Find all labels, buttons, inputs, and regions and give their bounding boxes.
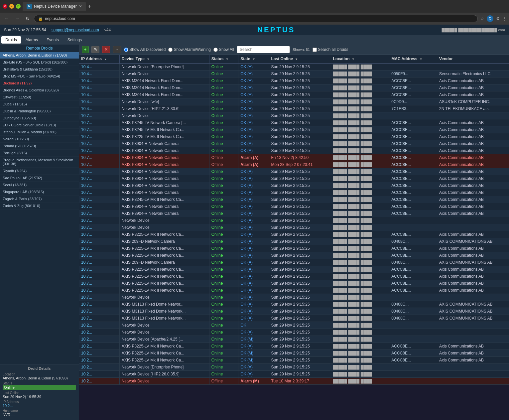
col-ip[interactable]: IP Address ▲ [79,55,119,63]
radio-show-all[interactable]: Show All [213,47,234,52]
table-row[interactable]: 10.4... AXIS M3014 Network Fixed Dom... … [79,84,509,91]
table-row[interactable]: 10.7... AXIS P3904-R Network Camera Onli… [79,140,509,147]
menu-icon[interactable]: ⋮ [502,16,506,21]
device-table-container[interactable]: IP Address ▲ Device Type ▼ Status ▼ Stat… [79,55,509,420]
table-row[interactable]: 10.7... AXIS P3225-LV Mk II Network Ca..… [79,266,509,273]
table-row[interactable]: 10.7... AXIS P3904-R Network Camera Onli… [79,168,509,175]
sidebar-item[interactable]: Bratislava & Ljubljana (15/130) [0,66,79,73]
close-window-button[interactable]: ✕ [3,4,7,9]
table-row[interactable]: 10.7... AXIS P3245-LV Mk II Network Ca..… [79,196,509,203]
minimize-window-button[interactable]: − [9,4,14,9]
bookmark-star-icon[interactable]: ☆ [480,16,484,21]
back-button[interactable]: ← [3,15,11,22]
table-row[interactable]: 10.7... AXIS P3904-R Network Camera Onli… [79,189,509,196]
sidebar-item[interactable]: Dublin & Paddington (90/500) [0,108,79,115]
radio-alarm-warning[interactable]: Show Alarm/Warning [168,47,211,52]
nav-droids[interactable]: Droids [1,36,21,44]
table-row[interactable]: 10.7... AXIS P3245-LV Network Camera [..… [79,119,509,126]
remote-droids-link[interactable]: Remote Droids [0,45,79,52]
new-tab-button[interactable]: + [88,3,91,9]
sidebar-item[interactable]: Singapore LAB (198/315) [0,189,79,196]
table-row[interactable]: 10.7... AXIS M3113 Fixed Dome Network...… [79,315,509,322]
maximize-window-button[interactable]: □ [16,4,21,9]
col-location[interactable]: Location ▼ [331,55,389,63]
sidebar-item[interactable]: Seoul (13/381) [0,182,79,189]
table-row[interactable]: 10.2... Network Device Online OK Sun 29 … [79,322,509,329]
move-button[interactable]: → [113,46,121,53]
table-row[interactable]: 10.7... AXIS P3904-R Network Camera Onli… [79,203,509,210]
table-row[interactable]: 10.7... AXIS P3904-R Network Camera Onli… [79,182,509,189]
sidebar-item[interactable]: Zagreb & Paris (23/707) [0,196,79,203]
sidebar-item[interactable]: Bio-Life (US - 345 SQL Droid) (162/380) [0,59,79,66]
table-row[interactable]: 10.2... Network Device Online OK (A) Sun… [79,329,509,336]
tab-close-button[interactable]: ✕ [79,4,82,9]
table-row[interactable]: 10.7... AXIS P3225-LV Mk II Network Ca..… [79,287,509,294]
table-row[interactable]: 10.7... AXIS P3904-R Network Camera Offl… [79,161,509,168]
table-row[interactable]: 10.4... Network Device Online OK (A) Sun… [79,70,509,77]
table-row[interactable]: 10.7... AXIS P3225-LV Mk II Network Ca..… [79,133,509,140]
sidebar-item[interactable]: Bucharest (11/92) [0,80,79,87]
table-row[interactable]: 10.7... AXIS M3113 Fixed Dome Network...… [79,308,509,315]
table-row[interactable]: 10.4... AXIS M3014 Network Fixed Dom... … [79,91,509,98]
sidebar-item[interactable]: Dunboyne (135/760) [0,115,79,122]
table-row[interactable]: 10.7... Network Device Online OK (A) Sun… [79,224,509,231]
table-row[interactable]: 10.7... AXIS M3113 Fixed Dome Networ... … [79,301,509,308]
search-input[interactable] [237,46,290,53]
col-vendor[interactable]: Vendor [437,55,509,63]
sidebar-item[interactable]: Citywest (11/250) [0,94,79,101]
nav-settings[interactable]: Settings [64,36,86,44]
profile-icon[interactable]: D [487,15,493,22]
table-row[interactable]: 10.7... Network Device Online OK (A) Sun… [79,112,509,119]
reload-button[interactable]: ↻ [24,15,31,22]
table-row[interactable]: 10.7... AXIS P3904-R Network Camera Onli… [79,175,509,182]
table-row[interactable]: 10.2... AXIS P3225-LV Mk II Network Ca..… [79,343,509,350]
table-row[interactable]: 10.7... AXIS 209FD Network Camera Online… [79,259,509,266]
table-row[interactable]: 10.4... AXIS M3014 Network Fixed Dom... … [79,77,509,84]
table-row[interactable]: 10.7... AXIS P3904-R Network Camera Offl… [79,154,509,161]
table-row[interactable]: 10.4... Network Device [Enterprise Phone… [79,63,509,70]
sidebar-item[interactable]: Buenos Aires & Colombia (38/820) [0,87,79,94]
table-row[interactable]: 10.7... AXIS P3245-LV Mk II Network Ca..… [79,126,509,133]
table-row[interactable]: 10.7... AXIS P3904-R Network Camera Onli… [79,210,509,217]
table-row[interactable]: 10.4... Network Device [HIP2.21.3.30.6] … [79,105,509,112]
delete-button[interactable]: ✕ [102,46,110,53]
sidebar-item[interactable]: Poland (SD (16/570) [0,143,79,150]
table-row[interactable]: 10.2... Network Device [Enterprise Phone… [79,364,509,371]
search-all-checkbox[interactable]: Search all Droids [313,47,348,52]
edit-button[interactable]: ✎ [91,46,99,53]
sidebar-item[interactable]: Portugal (8/15) [0,150,79,157]
sidebar-item[interactable]: Istanbul, Milan & Madrid (31/780) [0,129,79,136]
table-row[interactable]: 10.7... AXIS P3904-R Network Camera Onli… [79,147,509,154]
table-row[interactable]: 10.7... AXIS 209FD Network Camera Online… [79,238,509,245]
sidebar-item[interactable]: BRZ MS-PDC - San Paulo (49/254) [0,73,79,80]
table-row[interactable]: 10.7... AXIS P3225-LV Mk II Network Ca..… [79,252,509,259]
table-row[interactable]: 10.2... AXIS P3225-LV Mk II Network Ca..… [79,357,509,364]
table-row[interactable]: 10.7... AXIS P3225-LV Mk II Network Ca..… [79,273,509,280]
table-row[interactable]: 10.2... AXIS P3225-LV Mk II Network Ca..… [79,350,509,357]
table-row[interactable]: 10.7... AXIS P3225-LV Mk II Network Ca..… [79,231,509,238]
sidebar-item[interactable]: Riyadh (7/254) [0,168,79,175]
table-row[interactable]: 10.7... Network Device Online OK (A) Sun… [79,217,509,224]
radio-all-discovered[interactable]: Show All Discovered [124,47,166,52]
add-button[interactable]: + [82,46,89,53]
col-status[interactable]: Status ▼ [209,55,238,63]
address-bar[interactable]: 🔒 neptuscloud.com [34,15,478,22]
nav-alarms[interactable]: Alarms [22,36,42,44]
col-mac[interactable]: MAC Address ▼ [389,55,437,63]
table-row[interactable]: 10.2... Network Device [HIP2.26.0.35.9] … [79,371,509,378]
table-row[interactable]: 10.2... Network Device Offline Alarm (M)… [79,378,509,385]
sidebar-item[interactable]: Zurich & Zug (80/1010) [0,203,79,210]
table-row[interactable]: 10.7... AXIS P3225-LV Mk II Network Ca..… [79,245,509,252]
col-state[interactable]: State ▼ [238,55,269,63]
table-row[interactable]: 10.7... AXIS P3225-LV Mk II Network Ca..… [79,280,509,287]
sidebar-item[interactable]: Athens, Argon, Berlin & Lisbon (71/090) [0,52,79,59]
window-controls[interactable]: ✕ − □ [3,4,21,9]
browser-tab[interactable]: N Neptus Device Manager ✕ [23,2,86,11]
sidebar-item[interactable]: Dubai (11/315) [0,101,79,108]
col-last-online[interactable]: Last Online ▼ [269,55,331,63]
col-device-type[interactable]: Device Type ▼ [119,55,209,63]
nav-events[interactable]: Events [43,36,63,44]
table-row[interactable]: 10.4... Network Device [wfe] Online OK (… [79,98,509,105]
sidebar-item[interactable]: Nairobi (10/250) [0,136,79,143]
sidebar-item[interactable]: Sao Paulo LAB (21/702) [0,175,79,182]
